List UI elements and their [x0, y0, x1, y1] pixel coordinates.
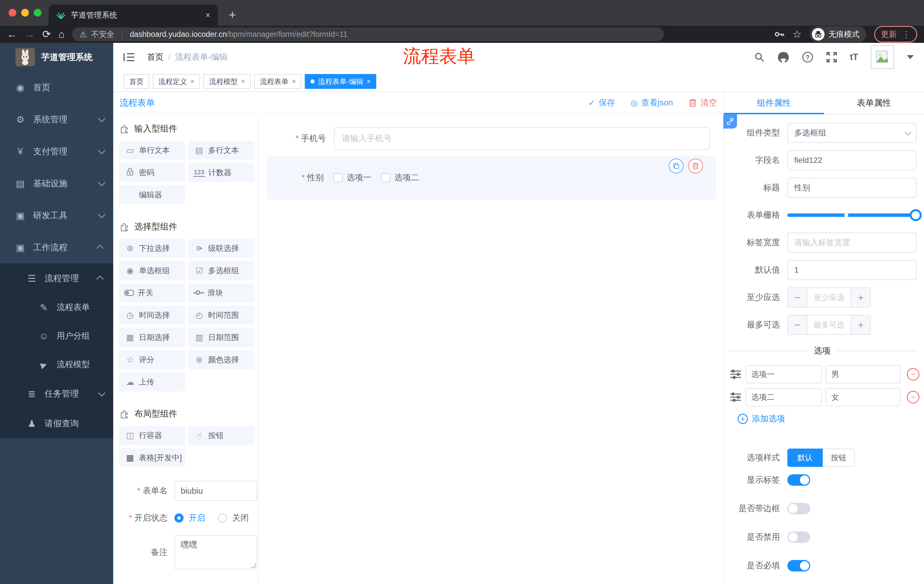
canvas-field-gender-selected[interactable]: 性别 选项一 选项二 [267, 156, 716, 199]
caret-down-icon[interactable] [907, 55, 914, 59]
new-tab-button[interactable]: + [229, 6, 236, 23]
remove-option-button[interactable]: − [907, 391, 919, 403]
max-select-input[interactable]: 最多可选 [807, 316, 851, 334]
sidebar-item-process-form[interactable]: ✎ 流程表单 [0, 293, 113, 322]
component-checkbox-group[interactable]: ☑ 多选框组 [188, 261, 254, 280]
delete-field-button[interactable] [688, 159, 703, 173]
tag-close-icon[interactable]: × [190, 78, 194, 86]
tab-close-icon[interactable]: × [205, 10, 210, 20]
component-dropdown[interactable]: ⊚ 下拉选择 [119, 239, 185, 258]
slider-handle[interactable] [910, 209, 922, 221]
font-size-icon[interactable]: tT [850, 52, 858, 62]
sidebar-item-process-model[interactable]: ▶ 流程模型 [0, 350, 113, 379]
tag-home[interactable]: 首页 [124, 74, 149, 89]
required-switch[interactable] [787, 560, 810, 571]
sidebar-item-workflow[interactable]: ▣ 工作流程 [0, 232, 113, 263]
form-grid-slider[interactable] [787, 205, 917, 225]
gender-option-1[interactable]: 选项一 [333, 172, 371, 183]
min-select-input[interactable]: 至少应选 [807, 288, 851, 307]
option-value-input[interactable]: 女 [826, 388, 901, 406]
address-bar[interactable]: ⚠ 不安全 dashboard.yudao.iocoder.cn/bpm/man… [72, 28, 664, 41]
canvas-field-phone[interactable]: 手机号 请输入手机号 [259, 127, 710, 150]
tag-close-icon[interactable]: × [367, 78, 371, 86]
option-label-input[interactable]: 选项一 [746, 365, 822, 383]
breadcrumb-home[interactable]: 首页 [147, 51, 163, 63]
sidebar-item-task-management[interactable]: ≣ 任务管理 [0, 379, 113, 409]
component-color-picker[interactable]: ⊛ 颜色选择 [188, 350, 254, 369]
help-icon[interactable]: ? [802, 51, 813, 63]
update-button[interactable]: 更新 ⋮ [874, 26, 917, 43]
component-row-container[interactable]: ◫ 行容器 [119, 426, 185, 445]
search-icon[interactable] [754, 52, 765, 63]
component-switch[interactable]: 开关 [119, 283, 185, 302]
copy-field-button[interactable] [669, 159, 683, 173]
sidebar-item-system-management[interactable]: ⚙ 系统管理 [0, 104, 113, 135]
label-width-input[interactable]: 请输入标签宽度 [787, 233, 917, 253]
phone-input[interactable]: 请输入手机号 [334, 127, 710, 150]
option-value-input[interactable]: 男 [826, 365, 901, 383]
remove-option-button[interactable]: − [907, 368, 919, 380]
home-icon[interactable]: ⌂ [58, 28, 64, 40]
component-counter[interactable]: 123 计数器 [188, 163, 254, 182]
component-date-range[interactable]: ▥ 日期范围 [188, 328, 254, 347]
component-cascader[interactable]: ⋔ 级联选择 [188, 239, 254, 258]
form-canvas[interactable]: 手机号 请输入手机号 性别 选项一 选项二 [259, 114, 723, 584]
option-label-input[interactable]: 选项二 [746, 388, 822, 406]
component-editor[interactable]: 编辑器 [119, 186, 185, 204]
component-multi-line-text[interactable]: ▤ 多行文本 [188, 141, 254, 160]
window-zoom-button[interactable] [34, 9, 41, 16]
add-option-button[interactable]: + 添加选项 [738, 413, 924, 424]
title-input[interactable]: 性别 [787, 178, 917, 198]
sidebar-item-user-group[interactable]: ☺ 用户分组 [0, 322, 113, 350]
style-button-button[interactable]: 按钮 [823, 449, 855, 467]
sidebar-item-home[interactable]: ◉ 首页 [0, 71, 113, 104]
component-radio-group[interactable]: ◉ 单选框组 [119, 261, 185, 280]
tag-process-model[interactable]: 流程模型 × [203, 74, 251, 89]
component-time-range[interactable]: ◴ 时间范围 [188, 306, 254, 324]
browser-menu-icon[interactable]: ⋮ [902, 30, 911, 39]
key-icon[interactable] [774, 29, 784, 39]
bookmark-star-icon[interactable]: ☆ [792, 28, 802, 40]
checkbox-icon[interactable] [381, 173, 390, 182]
back-icon[interactable]: ← [7, 28, 17, 40]
sidebar-item-dev-tools[interactable]: ▣ 研发工具 [0, 199, 113, 232]
component-slider[interactable]: 滑块 [188, 283, 254, 302]
window-close-button[interactable] [8, 9, 16, 16]
tab-form-props[interactable]: 表单属性 [824, 92, 924, 114]
form-name-input[interactable]: biubiu [174, 481, 257, 501]
fullscreen-icon[interactable] [826, 51, 837, 63]
gender-option-2[interactable]: 选项二 [381, 172, 419, 183]
browser-tab[interactable]: 芋道管理系统 × [49, 5, 218, 26]
tag-close-icon[interactable]: × [241, 78, 245, 86]
form-remark-textarea[interactable]: 嘿嘿 [174, 535, 257, 569]
drag-handle-icon[interactable] [729, 369, 742, 380]
sidebar-item-infrastructure[interactable]: ▤ 基础设施 [0, 168, 113, 199]
sidebar-fold-icon[interactable] [124, 52, 135, 62]
component-date-picker[interactable]: ▦ 日期选择 [119, 328, 185, 347]
view-json-button[interactable]: ◎ 查看json [630, 97, 673, 109]
checkbox-icon[interactable] [333, 173, 343, 182]
component-button[interactable]: ☝ 按钮 [188, 426, 254, 445]
reload-icon[interactable]: ⟳ [42, 28, 51, 40]
disabled-switch[interactable] [787, 531, 810, 543]
window-minimize-button[interactable] [21, 9, 29, 16]
radio-off-label[interactable]: 关闭 [232, 512, 249, 524]
resize-handle[interactable] [251, 563, 256, 568]
save-button[interactable]: ✓ 保存 [588, 97, 615, 109]
default-value-input[interactable]: 1 [787, 260, 917, 280]
component-upload[interactable]: ☁ 上传 [119, 373, 185, 392]
sidebar-item-process-management[interactable]: ☰ 流程管理 [0, 263, 113, 293]
component-time-picker[interactable]: ◷ 时间选择 [119, 306, 185, 324]
tag-process-definition[interactable]: 流程定义 × [153, 74, 200, 89]
forward-icon[interactable]: → [25, 28, 35, 40]
github-icon[interactable] [777, 51, 789, 63]
avatar[interactable] [871, 45, 894, 69]
component-single-line-text[interactable]: ▭ 单行文本 [119, 141, 185, 160]
tag-process-form[interactable]: 流程表单 × [254, 74, 301, 89]
show-label-switch[interactable] [787, 474, 810, 486]
component-rate[interactable]: ☆ 评分 [119, 350, 185, 369]
component-table-dev[interactable]: ▩ 表格[开发中] [119, 448, 185, 467]
tab-component-props[interactable]: 组件属性 [724, 92, 824, 114]
radio-off[interactable] [218, 513, 227, 523]
radio-on-label[interactable]: 开启 [189, 512, 205, 524]
